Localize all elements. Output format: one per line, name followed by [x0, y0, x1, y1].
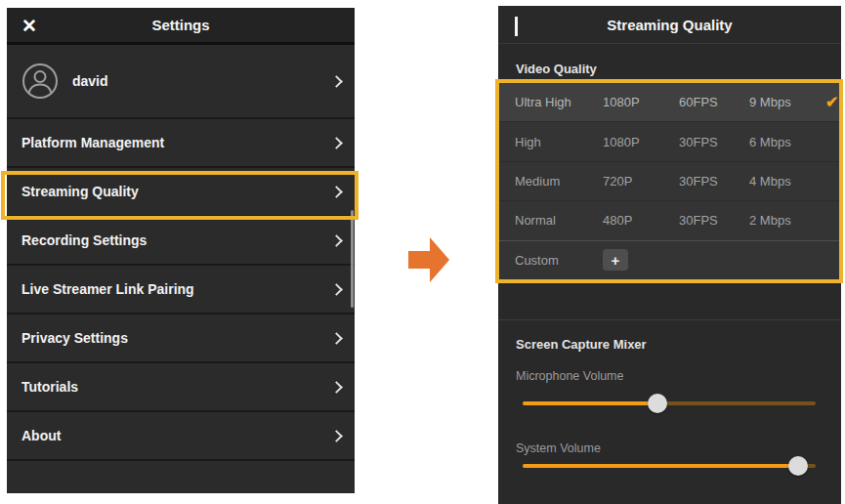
chevron-right-icon: [330, 332, 343, 345]
scrollbar-thumb[interactable]: [351, 210, 354, 308]
quality-fps: 30FPS: [679, 135, 749, 149]
quality-fps: 30FPS: [679, 174, 749, 189]
video-quality-table: Ultra High 1080P 60FPS 9 Mbps ✔ High 108…: [495, 79, 843, 283]
section-divider: [498, 319, 841, 320]
chevron-left-icon: [515, 17, 518, 36]
quality-name: Medium: [515, 174, 603, 189]
streaming-quality-highlight-box: [1, 171, 359, 220]
menu-item-recording-settings[interactable]: Recording Settings: [7, 217, 355, 266]
quality-option-normal[interactable]: Normal 480P 30FPS 2 Mbps: [499, 200, 839, 239]
video-quality-section-label: Video Quality: [516, 62, 597, 76]
back-icon[interactable]: [515, 20, 518, 37]
chevron-right-icon: [330, 381, 343, 394]
quality-resolution: 480P: [603, 213, 679, 228]
quality-name: Custom: [515, 253, 603, 268]
quality-resolution: 1080P: [603, 95, 679, 109]
quality-name: Ultra High: [515, 95, 603, 109]
profile-row[interactable]: david: [7, 45, 355, 119]
transition-arrow-icon: [408, 237, 449, 282]
quality-name: Normal: [515, 213, 603, 228]
page-title: Streaming Quality: [607, 17, 732, 33]
screen-capture-mixer-label: Screen Capture Mixer: [516, 337, 647, 352]
menu-item-label: Live Streamer Link Pairing: [21, 281, 194, 297]
menu-item-label: Platform Management: [21, 135, 164, 150]
menu-item-tutorials[interactable]: Tutorials: [7, 363, 355, 412]
slider-thumb[interactable]: [648, 394, 667, 413]
menu-item-label: Tutorials: [21, 379, 78, 395]
quality-bitrate: 6 Mbps: [749, 135, 825, 149]
quality-fps: 60FPS: [679, 95, 749, 109]
quality-option-high[interactable]: High 1080P 30FPS 6 Mbps: [499, 121, 839, 160]
menu-item-label: Privacy Settings: [21, 330, 128, 346]
chevron-right-icon: [330, 283, 343, 296]
quality-bitrate: 2 Mbps: [749, 213, 825, 228]
quality-bitrate: 4 Mbps: [749, 174, 825, 189]
slider-fill: [523, 401, 657, 405]
quality-fps: 30FPS: [679, 213, 749, 228]
chevron-right-icon: [330, 430, 343, 442]
selected-check-icon: ✔: [825, 93, 845, 111]
streaming-quality-header: Streaming Quality: [498, 6, 841, 44]
add-custom-quality-button[interactable]: +: [603, 249, 628, 271]
settings-panel: ✕ Settings david Platform Management Str…: [7, 8, 355, 493]
quality-resolution: 1080P: [603, 135, 679, 149]
quality-option-medium[interactable]: Medium 720P 30FPS 4 Mbps: [499, 161, 839, 200]
quality-option-custom[interactable]: Custom +: [499, 240, 839, 279]
profile-name: david: [72, 73, 108, 89]
slider-thumb[interactable]: [788, 456, 808, 476]
quality-bitrate: 9 Mbps: [749, 95, 825, 109]
menu-item-label: Recording Settings: [21, 232, 147, 248]
microphone-volume-label: Microphone Volume: [516, 369, 623, 383]
close-icon[interactable]: ✕: [21, 16, 37, 34]
settings-header: ✕ Settings: [7, 8, 355, 45]
settings-title: Settings: [151, 17, 209, 33]
chevron-right-icon: [330, 137, 343, 149]
quality-resolution: 720P: [603, 174, 679, 189]
menu-item-live-streamer-link-pairing[interactable]: Live Streamer Link Pairing: [7, 266, 355, 315]
menu-item-platform-management[interactable]: Platform Management: [7, 119, 355, 168]
system-volume-slider[interactable]: [523, 455, 816, 477]
system-volume-label: System Volume: [516, 441, 601, 455]
quality-option-ultra-high[interactable]: Ultra High 1080P 60FPS 9 Mbps ✔: [499, 83, 839, 121]
chevron-right-icon: [330, 234, 343, 247]
slider-fill: [523, 464, 798, 468]
menu-item-about[interactable]: About: [7, 412, 355, 461]
avatar-icon: [21, 63, 59, 100]
screenshot-stage: ✕ Settings david Platform Management Str…: [0, 0, 845, 504]
chevron-right-icon: [330, 75, 343, 88]
menu-item-privacy-settings[interactable]: Privacy Settings: [7, 315, 355, 363]
menu-item-label: About: [21, 428, 61, 443]
microphone-volume-slider[interactable]: [523, 393, 816, 414]
quality-name: High: [515, 135, 603, 149]
